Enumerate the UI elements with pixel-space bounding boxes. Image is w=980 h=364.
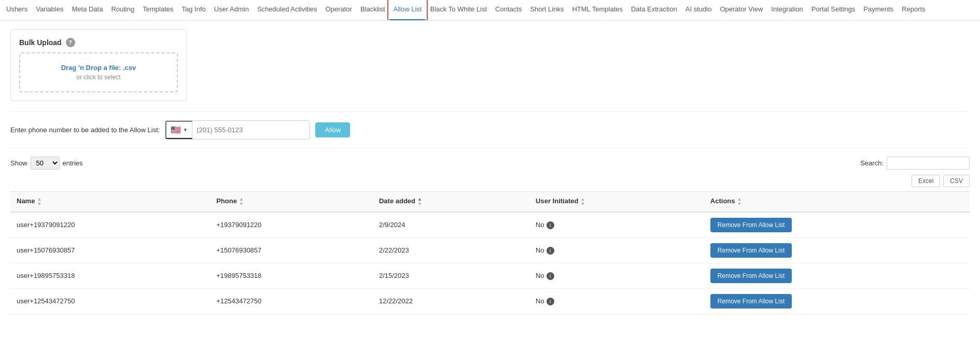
nav-item-meta-data[interactable]: Meta Data: [67, 0, 107, 20]
nav-item-blacklist[interactable]: Blacklist: [356, 0, 389, 20]
nav-item-html-templates[interactable]: HTML Templates: [568, 0, 627, 20]
col-label-phone: Phone: [216, 197, 237, 205]
search-label: Search:: [860, 159, 884, 167]
sort-icon-user_initiated: ▲▼: [580, 197, 585, 206]
cell-user-initiated-3: Noi: [529, 288, 704, 314]
nav-item-templates[interactable]: Templates: [138, 0, 177, 20]
col-label-actions: Actions: [710, 197, 735, 205]
entries-select[interactable]: 102550100: [31, 157, 60, 170]
cell-user-initiated-0: Noi: [529, 212, 704, 238]
nav-item-data-extraction[interactable]: Data Extraction: [627, 0, 681, 20]
nav-item-scheduled-activities[interactable]: Scheduled Activities: [253, 0, 321, 20]
cell-name-2: user+19895753318: [10, 263, 210, 288]
cell-actions-1: Remove From Allow List: [704, 237, 970, 263]
remove-allow-list-button-0[interactable]: Remove From Allow List: [710, 218, 792, 232]
cell-user-initiated-1: Noi: [529, 237, 704, 263]
nav-item-routing[interactable]: Routing: [107, 0, 138, 20]
allow-list-table: Name▲▼Phone▲▼Date added▲▼User Initiated▲…: [10, 191, 970, 314]
nav-item-user-admin[interactable]: User Admin: [210, 0, 253, 20]
bulk-upload-card: Bulk Upload ? Drag 'n Drop a file: .csv …: [10, 29, 187, 101]
cell-name-1: user+15076930857: [10, 237, 210, 263]
chevron-down-icon: ▼: [183, 127, 188, 133]
cell-phone-3: +12543472750: [210, 288, 373, 314]
nav-item-portal-settings[interactable]: Portal Settings: [807, 0, 860, 20]
flag-emoji: 🇺🇸: [171, 125, 181, 135]
table-controls: Show 102550100 entries Search:: [10, 157, 970, 170]
nav-item-operator[interactable]: Operator: [321, 0, 356, 20]
table-row: user+12543472750+1254347275012/22/2022No…: [10, 288, 970, 314]
cell-date-0: 2/9/2024: [373, 212, 529, 238]
drop-text: Drag 'n Drop a file: .csv: [31, 64, 166, 72]
export-row: Excel CSV: [10, 175, 970, 187]
excel-button[interactable]: Excel: [912, 175, 940, 187]
nav-item-reports[interactable]: Reports: [898, 0, 930, 20]
remove-allow-list-button-2[interactable]: Remove From Allow List: [710, 269, 792, 283]
bulk-upload-title: Bulk Upload ?: [19, 38, 178, 47]
main-content: Bulk Upload ? Drag 'n Drop a file: .csv …: [0, 21, 980, 323]
nav-bar: UshersVariablesMeta DataRoutingTemplates…: [0, 0, 980, 21]
table-body: user+19379091220+193790912202/9/2024NoiR…: [10, 212, 970, 314]
info-icon-0[interactable]: i: [547, 221, 554, 229]
col-label-date_added: Date added: [379, 197, 415, 205]
table-row: user+15076930857+150769308572/22/2023Noi…: [10, 237, 970, 263]
cell-phone-0: +19379091220: [210, 212, 373, 238]
cell-date-3: 12/22/2022: [373, 288, 529, 314]
sort-icon-date_added: ▲▼: [417, 197, 422, 206]
cell-user-initiated-2: Noi: [529, 263, 704, 288]
nav-item-allow-list[interactable]: Allow List: [389, 0, 426, 20]
show-entries: Show 102550100 entries: [10, 157, 83, 170]
table-row: user+19379091220+193790912202/9/2024NoiR…: [10, 212, 970, 238]
nav-item-variables[interactable]: Variables: [32, 0, 67, 20]
cell-phone-1: +15076930857: [210, 237, 373, 263]
bulk-upload-label: Bulk Upload: [19, 38, 62, 47]
sort-icon-name: ▲▼: [37, 197, 41, 206]
nav-item-payments[interactable]: Payments: [859, 0, 898, 20]
nav-item-short-links[interactable]: Short Links: [526, 0, 568, 20]
phone-label: Enter phone number to be added to the Al…: [10, 126, 160, 134]
info-icon-1[interactable]: i: [547, 247, 554, 255]
remove-allow-list-button-1[interactable]: Remove From Allow List: [710, 243, 792, 258]
table-header: Name▲▼Phone▲▼Date added▲▼User Initiated▲…: [10, 191, 970, 212]
col-header-phone[interactable]: Phone▲▼: [210, 191, 373, 212]
nav-item-tag-info[interactable]: Tag Info: [177, 0, 209, 20]
cell-phone-2: +19895753318: [210, 263, 373, 288]
flag-button[interactable]: 🇺🇸 ▼: [165, 121, 192, 139]
nav-item-ai-studio[interactable]: AI studio: [681, 0, 716, 20]
drop-sub: or click to select: [31, 74, 166, 81]
sort-icon-phone: ▲▼: [239, 197, 244, 206]
cell-actions-3: Remove From Allow List: [704, 288, 970, 314]
col-label-user_initiated: User Initiated: [536, 197, 578, 205]
entries-label: entries: [63, 159, 83, 167]
sort-icon-actions: ▲▼: [737, 197, 742, 206]
cell-actions-2: Remove From Allow List: [704, 263, 970, 288]
info-icon-2[interactable]: i: [547, 272, 554, 280]
help-icon[interactable]: ?: [66, 38, 75, 47]
nav-item-black-to-white-list[interactable]: Black To White List: [426, 0, 491, 20]
cell-name-0: user+19379091220: [10, 212, 210, 238]
table-row: user+19895753318+198957533182/15/2023Noi…: [10, 263, 970, 288]
cell-name-3: user+12543472750: [10, 288, 210, 314]
info-icon-3[interactable]: i: [547, 298, 554, 305]
col-header-actions[interactable]: Actions▲▼: [704, 191, 970, 212]
phone-input[interactable]: [192, 123, 310, 137]
col-header-user_initiated[interactable]: User Initiated▲▼: [529, 191, 704, 212]
remove-allow-list-button-3[interactable]: Remove From Allow List: [710, 294, 792, 309]
cell-date-2: 2/15/2023: [373, 263, 529, 288]
search-input[interactable]: [887, 157, 970, 170]
col-header-date_added[interactable]: Date added▲▼: [373, 191, 529, 212]
col-label-name: Name: [17, 197, 35, 205]
nav-item-ushers[interactable]: Ushers: [2, 0, 32, 20]
nav-item-contacts[interactable]: Contacts: [491, 0, 526, 20]
search-box: Search:: [860, 157, 970, 170]
phone-input-group: 🇺🇸 ▼: [165, 120, 310, 139]
drop-zone[interactable]: Drag 'n Drop a file: .csv or click to se…: [19, 52, 178, 92]
allow-button[interactable]: Allow: [315, 122, 350, 137]
nav-item-integration[interactable]: Integration: [767, 0, 807, 20]
col-header-name[interactable]: Name▲▼: [10, 191, 210, 212]
csv-button[interactable]: CSV: [943, 175, 970, 187]
phone-row: Enter phone number to be added to the Al…: [10, 111, 970, 148]
nav-item-operator-view[interactable]: Operator View: [716, 0, 767, 20]
show-label: Show: [10, 159, 27, 167]
cell-date-1: 2/22/2023: [373, 237, 529, 263]
cell-actions-0: Remove From Allow List: [704, 212, 970, 238]
